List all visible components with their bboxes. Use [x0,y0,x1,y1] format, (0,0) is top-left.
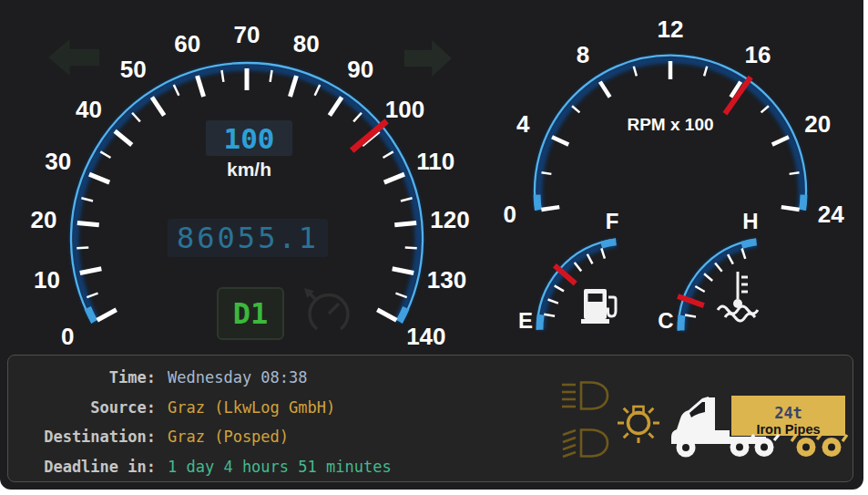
svg-text:0: 0 [503,201,516,228]
svg-text:110: 110 [416,148,454,175]
tachometer-gauge: 04812162024RPM x 100 [503,15,844,228]
svg-text:8: 8 [577,41,589,68]
light-mode-icon [617,398,660,444]
svg-text:F: F [606,209,619,233]
svg-text:120: 120 [430,206,469,233]
cruise-control-icon [302,286,355,339]
low-beam-icon [561,428,610,459]
fuel-pump-icon [581,289,616,324]
destination-value: Graz (Posped) [156,428,289,446]
svg-text:80: 80 [293,30,320,57]
svg-text:30: 30 [45,148,71,175]
svg-text:100: 100 [385,96,424,123]
svg-text:60: 60 [174,30,200,57]
svg-text:H: H [742,209,758,233]
svg-text:E: E [518,308,533,333]
svg-text:16: 16 [745,41,771,68]
svg-text:90: 90 [347,56,373,83]
svg-text:0: 0 [61,323,74,350]
svg-text:20: 20 [31,206,57,233]
cargo-weight-label: 24t [774,404,802,422]
temperature-icon [718,272,758,321]
deadline-label: Deadline in: [8,458,156,476]
svg-text:12: 12 [658,15,684,43]
odometer-display: 86055.1 [168,219,328,257]
dashboard: 0102030405060708090100110120130140048121… [0,0,863,490]
high-beam-icon [561,380,610,411]
svg-text:70: 70 [234,21,260,48]
svg-text:20: 20 [804,110,831,138]
time-label: Time: [8,368,156,387]
source-value: Graz (LkwLog GmbH) [156,398,335,417]
truck-cargo-icon: 24t Iron Pipes [668,387,854,464]
trailer-wheels-icon [791,434,847,457]
speed-unit-label: km/h [206,159,292,180]
gear-value: D1 [233,296,269,331]
destination-label: Destination: [8,428,156,446]
svg-text:140: 140 [406,323,445,350]
cargo-name-label: Iron Pipes [756,422,820,437]
deadline-value: 1 day 4 hours 51 minutes [156,458,392,476]
svg-text:24: 24 [818,201,844,228]
time-value: Wednesday 08:38 [156,368,308,387]
source-label: Source: [8,398,156,417]
gear-indicator: D1 [217,287,284,340]
odometer-value: 86055.1 [177,221,319,255]
svg-text:40: 40 [76,96,102,123]
svg-text:4: 4 [516,110,530,138]
speed-value: 100 [224,122,275,155]
svg-text:10: 10 [34,266,60,294]
svg-text:50: 50 [120,56,147,83]
svg-text:C: C [658,308,673,333]
svg-text:130: 130 [427,266,466,294]
temperature-gauge: CH [658,209,758,333]
svg-text:RPM x 100: RPM x 100 [627,115,713,134]
speed-display: 100 [206,120,292,156]
